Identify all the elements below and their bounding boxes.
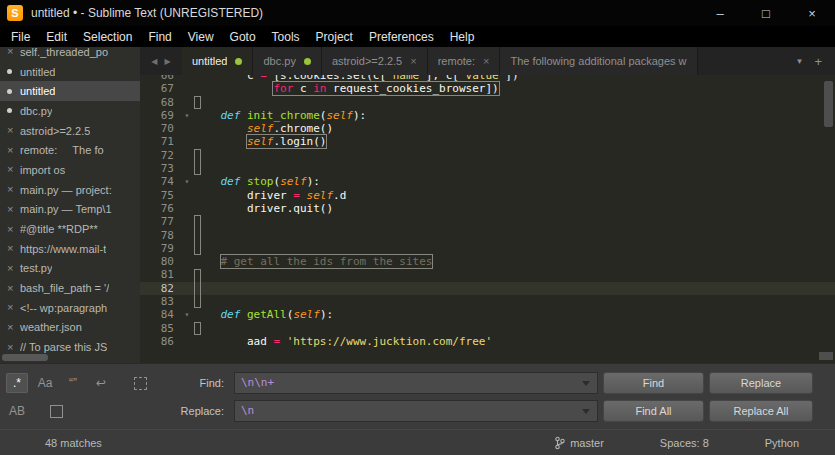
close-button[interactable]: ×: [789, 0, 835, 26]
modified-dot-icon: [235, 58, 242, 65]
sidebar-item[interactable]: ×<!-- wp:paragraph: [0, 298, 140, 318]
close-icon[interactable]: ×: [7, 125, 20, 136]
sidebar-item[interactable]: ×main.py — Temp\1: [0, 200, 140, 220]
fold-arrow-icon[interactable]: ▾: [180, 308, 194, 321]
close-icon[interactable]: ×: [7, 184, 20, 195]
menu-item-selection[interactable]: Selection: [75, 26, 140, 47]
replace-all-button[interactable]: Replace All: [709, 400, 813, 422]
tab-label: astroid>=2.2.5: [332, 55, 402, 67]
replace-history-dropdown-icon[interactable]: [582, 409, 590, 414]
sidebar-item-label: #@title **RDP**: [20, 223, 98, 235]
find-all-button[interactable]: Find All: [603, 400, 704, 422]
close-icon[interactable]: ×: [7, 204, 20, 215]
indentation-indicator[interactable]: Spaces: 8: [660, 437, 709, 449]
tab-the-following-additional-packages-w[interactable]: The following additional packages w: [500, 47, 697, 75]
tab-remote-[interactable]: remote:×: [428, 47, 501, 75]
tab-dbc-py[interactable]: dbc.py: [253, 47, 321, 75]
code-line: 86 aad = 'https://www.jucktion.com/free': [140, 335, 835, 348]
close-icon[interactable]: ×: [7, 243, 20, 254]
find-input[interactable]: \n\n+: [234, 372, 598, 394]
sidebar-item[interactable]: ×weather.json: [0, 318, 140, 338]
sidebar-item[interactable]: ×remote: The fo: [0, 140, 140, 160]
close-icon[interactable]: ×: [7, 164, 20, 175]
menu-item-edit[interactable]: Edit: [38, 26, 75, 47]
close-icon[interactable]: ×: [7, 145, 20, 156]
git-branch-indicator[interactable]: master: [554, 436, 604, 450]
find-row: .* Aa “” ↩ Find: \n\n+ Find Replace: [0, 372, 835, 394]
close-icon[interactable]: ×: [483, 55, 489, 67]
menu-item-help[interactable]: Help: [442, 26, 483, 47]
code-text: def getAll(self):: [194, 308, 333, 321]
in-selection-toggle[interactable]: [134, 377, 147, 390]
close-icon[interactable]: ×: [410, 55, 416, 67]
sidebar-item[interactable]: dbc.py: [0, 101, 140, 121]
replace-input[interactable]: \n: [234, 400, 598, 422]
code-line: 85: [140, 322, 835, 335]
sidebar-item[interactable]: untitled: [0, 62, 140, 82]
gutter-fold-column: [180, 96, 194, 109]
tab-astroid-2-2-5[interactable]: astroid>=2.2.5×: [322, 47, 428, 75]
line-number: 86: [140, 335, 180, 348]
sidebar-item[interactable]: ×https://www.mail-t: [0, 239, 140, 259]
find-history-dropdown-icon[interactable]: [582, 381, 590, 386]
line-number: 71: [140, 135, 180, 148]
regex-toggle[interactable]: .*: [6, 373, 28, 393]
find-button[interactable]: Find: [603, 372, 704, 394]
whole-word-toggle[interactable]: “”: [62, 373, 84, 393]
tab-untitled[interactable]: untitled: [182, 47, 253, 75]
fold-arrow-icon[interactable]: ▾: [180, 175, 194, 188]
menu-item-preferences[interactable]: Preferences: [361, 26, 442, 47]
wrap-toggle[interactable]: ↩: [90, 373, 112, 393]
menu-item-project[interactable]: Project: [308, 26, 361, 47]
code-text: # get all the ids from the sites: [194, 255, 432, 268]
menu-item-view[interactable]: View: [180, 26, 222, 47]
search-match-highlight: [194, 149, 201, 176]
case-sensitive-toggle[interactable]: Aa: [34, 373, 56, 393]
gutter-fold-column: [180, 75, 194, 82]
menu-item-file[interactable]: File: [3, 26, 38, 47]
new-tab-icon[interactable]: +: [814, 54, 822, 69]
preserve-case-toggle[interactable]: AB: [6, 401, 28, 421]
line-number: 69: [140, 109, 180, 122]
tab-scroll-right-icon[interactable]: ▶: [165, 57, 171, 66]
syntax-indicator[interactable]: Python: [765, 437, 799, 449]
editor-vertical-scrollbar[interactable]: [824, 81, 833, 127]
close-icon[interactable]: ×: [7, 342, 20, 353]
tab-label: remote:: [438, 55, 475, 67]
fold-arrow-icon[interactable]: ▾: [180, 109, 194, 122]
menu-item-tools[interactable]: Tools: [264, 26, 308, 47]
menu-item-goto[interactable]: Goto: [222, 26, 264, 47]
close-icon[interactable]: ×: [7, 302, 20, 313]
minimize-button[interactable]: –: [697, 0, 743, 26]
sidebar-item[interactable]: ×import os: [0, 160, 140, 180]
modified-dot-icon: [7, 69, 20, 74]
sidebar-item[interactable]: ×#@title **RDP**: [0, 219, 140, 239]
maximize-button[interactable]: □: [743, 0, 789, 26]
menu-item-find[interactable]: Find: [140, 26, 179, 47]
highlight-matches-toggle[interactable]: [50, 405, 63, 418]
editor-pane[interactable]: 66 c = [s.cookies.set(c['name'], c['valu…: [140, 75, 835, 363]
sidebar-item[interactable]: ×main.py — project:: [0, 180, 140, 200]
line-number: 81: [140, 268, 180, 281]
sidebar-item[interactable]: ×bash_file_path = '/: [0, 278, 140, 298]
close-icon[interactable]: ×: [7, 322, 20, 333]
close-icon[interactable]: ×: [7, 224, 20, 235]
replace-button[interactable]: Replace: [709, 372, 813, 394]
tab-overflow-icon[interactable]: ▼: [795, 57, 803, 66]
sidebar-horizontal-scrollbar[interactable]: [2, 354, 48, 361]
sidebar-item[interactable]: untitled: [0, 81, 140, 101]
close-icon[interactable]: ×: [7, 283, 20, 294]
tab-label: untitled: [192, 55, 227, 67]
sidebar-item[interactable]: ×astroid>=2.2.5: [0, 121, 140, 141]
sidebar-item[interactable]: ×test.py: [0, 259, 140, 279]
close-icon[interactable]: ×: [7, 263, 20, 274]
editor-horizontal-scrollbar[interactable]: [819, 352, 833, 360]
line-number: 66: [140, 75, 180, 82]
tab-label: The following additional packages w: [510, 55, 686, 67]
tab-scroll-left-icon[interactable]: ◀: [151, 57, 157, 66]
close-icon[interactable]: ×: [7, 47, 20, 57]
sidebar-item[interactable]: ×self._threaded_po: [0, 47, 140, 62]
code-line: 73: [140, 162, 835, 175]
sidebar-item-label: weather.json: [20, 321, 82, 333]
sidebar-item-label: dbc.py: [20, 105, 52, 117]
